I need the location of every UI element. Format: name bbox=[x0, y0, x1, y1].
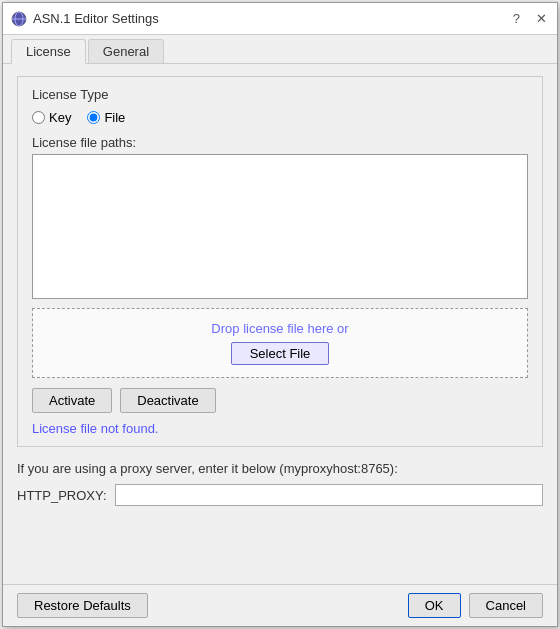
radio-file-label[interactable]: File bbox=[87, 110, 125, 125]
help-button[interactable]: ? bbox=[511, 11, 522, 26]
select-file-button[interactable]: Select File bbox=[231, 342, 330, 365]
radio-key-label[interactable]: Key bbox=[32, 110, 71, 125]
tab-general[interactable]: General bbox=[88, 39, 164, 63]
radio-file[interactable] bbox=[87, 111, 100, 124]
close-button[interactable]: ✕ bbox=[534, 11, 549, 26]
footer-right: OK Cancel bbox=[408, 593, 543, 618]
http-proxy-input[interactable] bbox=[115, 484, 543, 506]
action-buttons: Activate Deactivate bbox=[32, 388, 528, 413]
cancel-button[interactable]: Cancel bbox=[469, 593, 543, 618]
ok-button[interactable]: OK bbox=[408, 593, 461, 618]
tab-bar: License General bbox=[3, 35, 557, 64]
proxy-description: If you are using a proxy server, enter i… bbox=[17, 461, 543, 476]
tab-content: License Type Key File License file paths… bbox=[3, 64, 557, 584]
footer: Restore Defaults OK Cancel bbox=[3, 584, 557, 626]
title-bar: ASN.1 Editor Settings ? ✕ bbox=[3, 3, 557, 35]
drop-zone[interactable]: Drop license file here or Select File bbox=[32, 308, 528, 378]
file-paths-label: License file paths: bbox=[32, 135, 528, 150]
license-type-radio-group: Key File bbox=[32, 110, 528, 125]
app-icon bbox=[11, 11, 27, 27]
radio-key[interactable] bbox=[32, 111, 45, 124]
deactivate-button[interactable]: Deactivate bbox=[120, 388, 215, 413]
proxy-section: If you are using a proxy server, enter i… bbox=[17, 461, 543, 506]
license-type-section: License Type Key File License file paths… bbox=[17, 76, 543, 447]
title-bar-right: ? ✕ bbox=[511, 11, 549, 26]
license-file-paths-input[interactable] bbox=[32, 154, 528, 299]
license-status: License file not found. bbox=[32, 421, 528, 436]
title-bar-left: ASN.1 Editor Settings bbox=[11, 11, 159, 27]
window-title: ASN.1 Editor Settings bbox=[33, 11, 159, 26]
drop-zone-text: Drop license file here or bbox=[45, 321, 515, 336]
restore-defaults-button[interactable]: Restore Defaults bbox=[17, 593, 148, 618]
settings-window: ASN.1 Editor Settings ? ✕ License Genera… bbox=[2, 2, 558, 627]
activate-button[interactable]: Activate bbox=[32, 388, 112, 413]
proxy-row: HTTP_PROXY: bbox=[17, 484, 543, 506]
tab-license[interactable]: License bbox=[11, 39, 86, 64]
http-proxy-label: HTTP_PROXY: bbox=[17, 488, 107, 503]
section-title: License Type bbox=[32, 87, 528, 102]
